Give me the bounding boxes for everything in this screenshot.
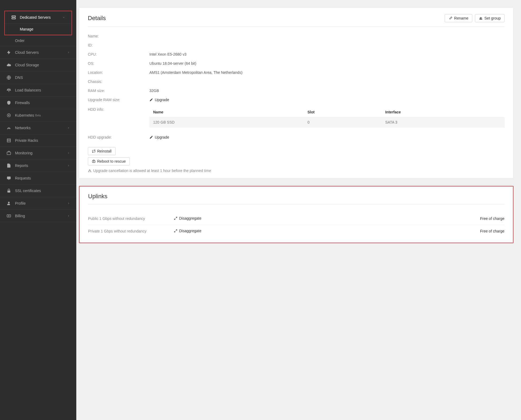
uplinks-panel: Uplinks Public 1 Gbps without redundancy…	[79, 186, 514, 243]
chevron-right-icon	[67, 126, 70, 130]
hdd-cell-slot: 0	[304, 117, 381, 128]
svg-rect-9	[7, 190, 10, 193]
details-title: Details	[88, 15, 106, 22]
sidebar-item-label: Firewalls	[15, 101, 30, 105]
detail-label: Chassis:	[88, 79, 149, 84]
sidebar-item-reports[interactable]: Reports	[0, 159, 76, 172]
sidebar-item-profile[interactable]: Profile	[0, 197, 76, 210]
detail-label: HDD upgrade:	[88, 135, 149, 140]
main-content: Details Rename Set group Name:	[76, 0, 521, 420]
sidebar-item-dns[interactable]: DNS	[0, 71, 76, 84]
svg-point-14	[481, 17, 482, 18]
disaggregate-link[interactable]: Disaggregate	[174, 216, 201, 220]
sidebar-item-cloud-storage[interactable]: Cloud Storage	[0, 59, 76, 71]
detail-row-cpu: CPU: Intel Xeon E5-2680 v3	[88, 50, 505, 59]
details-panel: Details Rename Set group Name:	[79, 7, 514, 178]
server-actions: Reinstall Reboot to rescue	[88, 147, 505, 165]
hdd-col-interface: Interface	[382, 107, 505, 117]
detail-row-name: Name:	[88, 32, 505, 41]
chevron-right-icon	[67, 50, 70, 55]
balance-icon	[6, 88, 11, 93]
svg-point-13	[480, 17, 481, 18]
set-group-button[interactable]: Set group	[475, 14, 505, 22]
detail-label: Location:	[88, 70, 149, 75]
upgrade-label: Upgrade	[155, 98, 169, 102]
chevron-right-icon	[67, 151, 70, 155]
upgrade-hdd-link[interactable]: Upgrade	[149, 135, 169, 139]
detail-row-chassis: Chassis:	[88, 77, 505, 86]
uplink-price: Free of charge	[480, 216, 504, 221]
uplinks-title: Uplinks	[88, 193, 107, 200]
upgrade-ram-link[interactable]: Upgrade	[149, 98, 169, 102]
user-icon	[6, 201, 11, 206]
rename-button[interactable]: Rename	[445, 14, 472, 22]
detail-row-os: OS: Ubuntu 18.04-server (64 bit)	[88, 59, 505, 68]
detail-row-id: ID:	[88, 41, 505, 50]
group-icon	[479, 16, 483, 20]
hdd-cell-name: 120 GB SSD	[149, 117, 304, 128]
globe-icon	[6, 75, 11, 80]
rack-icon	[6, 138, 11, 143]
disaggregate-link[interactable]: Disaggregate	[174, 229, 201, 233]
reboot-rescue-button[interactable]: Reboot to rescue	[88, 157, 130, 165]
chevron-right-icon	[67, 163, 70, 168]
sidebar-item-label: Private Racks	[15, 138, 38, 143]
highlight-dedicated-servers: Dedicated Servers Manage	[4, 11, 72, 35]
detail-row-upgrade-ram: Upgrade RAM size: Upgrade	[88, 95, 505, 105]
chevron-down-icon	[62, 15, 65, 20]
detail-label: Name:	[88, 34, 149, 38]
details-header: Details Rename Set group	[88, 14, 505, 27]
sidebar-item-private-racks[interactable]: Private Racks	[0, 134, 76, 147]
detail-row-hdd-upgrade: HDD upgrade: Upgrade	[88, 133, 505, 142]
sidebar-item-monitoring[interactable]: Monitoring	[0, 147, 76, 159]
file-icon	[6, 163, 11, 168]
comment-icon	[6, 176, 11, 181]
server-icon	[11, 15, 16, 20]
sidebar-item-label: Networks	[15, 126, 31, 130]
detail-value: Ubuntu 18.04-server (64 bit)	[149, 61, 505, 66]
sidebar-subitem-order[interactable]: Order	[0, 35, 76, 46]
lock-icon	[6, 188, 11, 193]
sidebar-item-firewalls[interactable]: Firewalls	[0, 97, 76, 109]
svg-rect-0	[12, 16, 16, 17]
hdd-cell-interface: SATA 3	[382, 117, 505, 128]
svg-point-4	[9, 115, 9, 116]
detail-row-hdd-info: HDD info: Name Slot Interface 120 GB SSD…	[88, 105, 505, 130]
upgrade-label: Upgrade	[155, 135, 169, 139]
sidebar-item-label: Profile	[15, 201, 26, 205]
detail-row-location: Location: AMS1 (Amsterdam Metropolitan A…	[88, 68, 505, 77]
uplink-name: Public 1 Gbps without redundancy	[88, 216, 174, 221]
sidebar-item-dedicated-servers[interactable]: Dedicated Servers	[5, 11, 71, 24]
chevron-right-icon	[67, 201, 70, 205]
sidebar-item-cloud-servers[interactable]: Cloud Servers	[0, 46, 76, 59]
svg-rect-8	[7, 152, 11, 155]
sidebar-item-label: Cloud Storage	[15, 63, 39, 67]
shield-icon	[6, 100, 11, 105]
uplink-name: Private 1 Gbps without redundancy	[88, 229, 174, 233]
sidebar-item-label: SSL certificates	[15, 189, 41, 193]
sidebar-subitem-manage[interactable]: Manage	[5, 24, 71, 35]
sidebar-item-ssl-certificates[interactable]: SSL certificates	[0, 185, 76, 197]
sidebar-item-load-balancers[interactable]: Load Balancers	[0, 84, 76, 97]
sidebar-item-kubernetes[interactable]: Kubernetes Beta	[0, 109, 76, 122]
sidebar-item-label: Load Balancers	[15, 88, 41, 92]
sidebar-item-billing[interactable]: Billing	[0, 210, 76, 222]
detail-value	[149, 79, 505, 84]
uplinks-header: Uplinks	[88, 193, 504, 204]
detail-row-ram: RAM size: 32GB	[88, 86, 505, 95]
pencil-icon	[149, 98, 153, 102]
reinstall-button[interactable]: Reinstall	[88, 147, 116, 155]
retweet-icon	[92, 149, 96, 153]
sidebar-item-networks[interactable]: Networks	[0, 122, 76, 134]
sidebar-item-requests[interactable]: Requests	[0, 172, 76, 185]
disaggregate-label: Disaggregate	[179, 229, 201, 233]
sidebar: Dedicated Servers Manage Order Cloud Ser…	[0, 0, 76, 420]
pencil-icon	[149, 135, 153, 139]
uplink-price: Free of charge	[480, 229, 504, 233]
sidebar-subitem-label: Manage	[20, 27, 33, 31]
medkit-icon	[92, 159, 96, 163]
detail-label: ID:	[88, 43, 149, 47]
chevron-right-icon	[67, 214, 70, 218]
expand-icon	[174, 216, 178, 220]
cloud-icon	[6, 63, 11, 67]
